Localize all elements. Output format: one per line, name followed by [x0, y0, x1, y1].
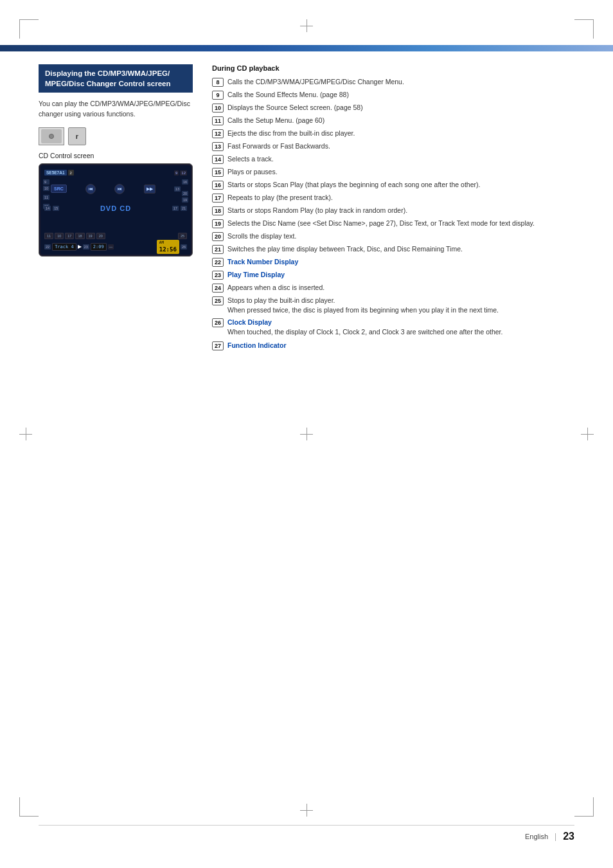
- cd-control-screen: SE5E7A1 2 9 12 9 10 11 18 1: [39, 163, 193, 257]
- intro-text: You can play the CD/MP3/WMA/JPEG/MPEG/Di…: [39, 99, 193, 120]
- item-text-14: Selects a track.: [227, 154, 574, 164]
- item-text-18: Starts or stops Random Play (to play tra…: [227, 206, 574, 215]
- page-language: English: [525, 833, 548, 840]
- item-num-26: 26: [212, 318, 224, 327]
- item-num-15: 15: [212, 168, 224, 177]
- clock-display: AM 12:56: [157, 240, 179, 254]
- item-text-15: Plays or pauses.: [227, 167, 574, 177]
- list-item: 14 Selects a track.: [212, 154, 574, 164]
- item-num-18: 18: [212, 206, 224, 215]
- item-num-21: 21: [212, 245, 224, 254]
- list-item: 16 Starts or stops Scan Play (that plays…: [212, 180, 574, 190]
- item-text-21: Switches the play time display between T…: [227, 244, 574, 254]
- item-num-13: 13: [212, 142, 224, 151]
- item-text-10: Displays the Source Select screen. (page…: [227, 103, 574, 113]
- crosshair-bottom: [300, 804, 313, 817]
- item-num-17: 17: [212, 194, 224, 203]
- item-text-27: Function Indicator: [227, 341, 574, 350]
- right-panel: During CD playback 8 Calls the CD/MP3/WM…: [206, 64, 574, 804]
- list-item: 23 Play Time Display: [212, 270, 574, 280]
- item-text-17: Repeats to play (the present track).: [227, 193, 574, 203]
- item-text-22: Track Number Display: [227, 257, 574, 267]
- item-text-24: Appears when a disc is inserted.: [227, 283, 574, 293]
- list-item: 19 Selects the Disc Name (see <Set Disc …: [212, 219, 574, 228]
- item-num-23: 23: [212, 271, 224, 280]
- item-num-20: 20: [212, 232, 224, 241]
- list-item: 12 Ejects the disc from the built-in dis…: [212, 129, 574, 138]
- list-item: 24 Appears when a disc is inserted.: [212, 283, 574, 293]
- item-num-22: 22: [212, 258, 224, 267]
- list-item: 15 Plays or pauses.: [212, 167, 574, 177]
- item-num-12: 12: [212, 129, 224, 138]
- reg-mark-tr: [574, 19, 594, 39]
- list-item: 11 Calls the Setup Menu. (page 60): [212, 116, 574, 125]
- section-heading: Displaying the CD/MP3/WMA/JPEG/ MPEG/Dis…: [39, 64, 193, 93]
- item-text-26-sub: When touched, the display of Clock 1, Cl…: [212, 327, 502, 337]
- list-item: 17 Repeats to play (the present track).: [212, 193, 574, 203]
- item-num-19: 19: [212, 219, 224, 228]
- list-item: 10 Displays the Source Select screen. (p…: [212, 103, 574, 113]
- device-icon-remote: r: [68, 127, 86, 145]
- crosshair-top: [300, 19, 313, 32]
- screen-display-text: SE5E7A1: [44, 170, 67, 176]
- item-text-26-label: Clock Display: [227, 318, 272, 327]
- reg-mark-tl: [19, 19, 39, 39]
- list-item: 18 Starts or stops Random Play (to play …: [212, 206, 574, 215]
- dvd-cd-label: DVD CD: [61, 204, 170, 212]
- item-num-11: 11: [212, 116, 224, 125]
- list-item: 26 Clock Display When touched, the displ…: [212, 318, 574, 337]
- item-num-25: 25: [212, 296, 224, 305]
- item-num-14: 14: [212, 155, 224, 164]
- item-text-8: Calls the CD/MP3/WMA/JPEG/MPEG/Disc Chan…: [227, 77, 574, 87]
- list-item: 27 Function Indicator: [212, 341, 574, 350]
- item-num-9: 9: [212, 91, 224, 100]
- list-item: 22 Track Number Display: [212, 257, 574, 267]
- device-icon-disc: [39, 127, 64, 145]
- item-text-16: Starts or stops Scan Play (that plays th…: [227, 180, 574, 190]
- item-text-9: Calls the Sound Effects Menu. (page 88): [227, 90, 574, 100]
- item-num-24: 24: [212, 284, 224, 293]
- list-item: 9 Calls the Sound Effects Menu. (page 88…: [212, 90, 574, 100]
- reg-mark-bl: [19, 797, 39, 817]
- item-list: 8 Calls the CD/MP3/WMA/JPEG/MPEG/Disc Ch…: [212, 77, 574, 350]
- item-text-12: Ejects the disc from the built-in disc p…: [227, 129, 574, 138]
- item-text-23: Play Time Display: [227, 270, 574, 280]
- page-number: 23: [563, 831, 574, 842]
- item-num-10: 10: [212, 104, 224, 113]
- list-item: 20 Scrolls the display text.: [212, 231, 574, 241]
- device-icons: r: [39, 127, 193, 145]
- item-text-20: Scrolls the display text.: [227, 231, 574, 241]
- item-text-11: Calls the Setup Menu. (page 60): [227, 116, 574, 125]
- list-item: 21 Switches the play time display betwee…: [212, 244, 574, 254]
- crosshair-mid-left: [19, 428, 32, 440]
- item-text-13: Fast Forwards or Fast Backwards.: [227, 141, 574, 151]
- top-bar: [0, 45, 613, 51]
- item-text-25: Stops to play the built-in disc player.W…: [227, 296, 574, 314]
- screen-label: CD Control screen: [39, 152, 193, 159]
- page-footer: English | 23: [39, 825, 574, 842]
- left-panel: Displaying the CD/MP3/WMA/JPEG/ MPEG/Dis…: [39, 64, 206, 804]
- list-item: 8 Calls the CD/MP3/WMA/JPEG/MPEG/Disc Ch…: [212, 77, 574, 87]
- src-button: SRC: [51, 185, 67, 193]
- list-item: 25 Stops to play the built-in disc playe…: [212, 296, 574, 314]
- item-num-8: 8: [212, 78, 224, 87]
- list-item: 13 Fast Forwards or Fast Backwards.: [212, 141, 574, 151]
- item-num-27: 27: [212, 341, 224, 350]
- track-display: Track 4: [52, 243, 76, 251]
- item-num-16: 16: [212, 181, 224, 190]
- item-text-19: Selects the Disc Name (see <Set Disc Nam…: [227, 219, 574, 228]
- main-content: Displaying the CD/MP3/WMA/JPEG/ MPEG/Dis…: [39, 64, 574, 804]
- reg-mark-br: [574, 797, 594, 817]
- page-divider: |: [555, 832, 556, 841]
- time-display: 2:09: [91, 243, 107, 251]
- crosshair-mid-right: [581, 428, 594, 440]
- playback-heading: During CD playback: [212, 64, 574, 72]
